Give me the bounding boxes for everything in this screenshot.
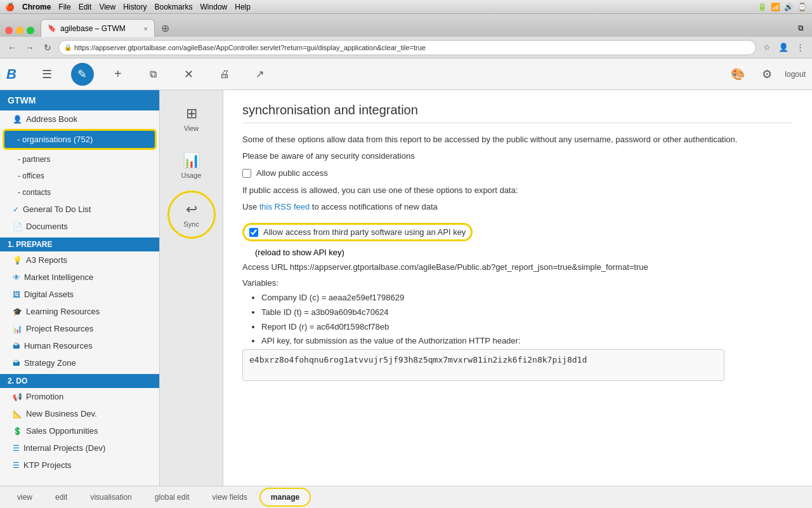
add-btn[interactable]: +	[107, 63, 129, 86]
page-title: synchronisation and integration	[242, 103, 793, 123]
api-key-field[interactable]: e4bxrz8o4fohqnu6rog1atvvujr5jf93h8z5qmx7…	[242, 349, 724, 381]
edit-mode-btn[interactable]: ✎	[71, 63, 94, 86]
bookmark-btn[interactable]: ☆	[760, 41, 774, 55]
panel-nav-usage[interactable]: 📊 Usage	[166, 144, 217, 188]
edit-menu[interactable]: Edit	[79, 3, 92, 11]
view-grid-icon: ⊞	[186, 105, 197, 122]
digital-icon: 🖼	[13, 290, 20, 299]
sidebar-item-contacts[interactable]: - contacts	[0, 184, 159, 201]
reload-btn[interactable]: ↻	[41, 41, 55, 55]
sidebar-item-address-book[interactable]: 👤 Address Book	[0, 110, 159, 128]
theme-btn[interactable]: 🎨	[726, 63, 749, 86]
sidebar-item-new-business[interactable]: 📐 New Business Dev.	[0, 405, 159, 422]
sidebar-item-label: KTP Projects	[23, 460, 72, 470]
hamburger-menu-btn[interactable]: ☰	[36, 63, 58, 86]
sidebar-item-project[interactable]: 📊 Project Resources	[0, 320, 159, 337]
sidebar-item-strategy[interactable]: 🏔 Strategy Zone	[0, 354, 159, 371]
export-btn[interactable]: ↗	[249, 63, 272, 86]
internal-icon: ☰	[13, 444, 20, 453]
sidebar-item-human-resources[interactable]: 🏔 Human Resources	[0, 337, 159, 354]
api-access-checkbox[interactable]	[249, 228, 258, 237]
chrome-profile-btn[interactable]: 👤	[776, 41, 790, 55]
todo-icon: ✓	[13, 205, 19, 214]
sidebar-item-organisations[interactable]: - organisations (752)	[3, 129, 157, 150]
mac-menubar: 🍎 Chrome File Edit View History Bookmark…	[0, 0, 812, 14]
bookmarks-menu[interactable]: Bookmarks	[155, 3, 193, 11]
sidebar-item-learning[interactable]: 🎓 Learning Resources	[0, 303, 159, 320]
restore-window-btn[interactable]: ⧉	[794, 22, 807, 34]
app-toolbar: B ☰ ✎ + ⧉ ✕ 🖨 ↗ 🎨 ⚙ logout	[0, 58, 812, 90]
tab-visualisation[interactable]: visualisation	[79, 488, 142, 506]
sidebar-item-promotion[interactable]: 📢 Promotion	[0, 388, 159, 405]
logout-btn[interactable]: logout	[785, 70, 806, 79]
usage-chart-icon: 📊	[183, 152, 200, 169]
tab-favicon: 🔖	[48, 24, 56, 32]
forward-btn[interactable]: →	[23, 41, 37, 55]
settings-btn[interactable]: ⚙	[756, 63, 778, 86]
new-tab-btn[interactable]: ⊕	[156, 19, 174, 37]
panel-nav-view-label: View	[184, 124, 199, 132]
sidebar-item-label: Market Intelligence	[24, 272, 93, 282]
sidebar-item-todo[interactable]: ✓ General To Do List	[0, 201, 159, 218]
public-access-label: Allow public access	[256, 168, 328, 178]
public-access-checkbox[interactable]	[242, 169, 251, 178]
ktp-icon: ☰	[13, 461, 20, 470]
api-access-row: Allow access from third party software u…	[242, 223, 473, 241]
chrome-menu-btn[interactable]: ⋮	[793, 41, 807, 55]
tab-edit[interactable]: edit	[44, 488, 78, 506]
address-bar[interactable]: 🔒 https://appserver.gtportalbase.com/agi…	[58, 40, 756, 55]
api-checkbox-label-text: Allow access from third party software u…	[263, 227, 466, 237]
app-name-menu[interactable]: Chrome	[22, 3, 51, 11]
sidebar-item-market-intel[interactable]: 👁 Market Intelligence	[0, 269, 159, 286]
minimize-window-btn[interactable]	[16, 27, 23, 34]
help-menu[interactable]: Help	[235, 3, 251, 11]
tab-view-fields[interactable]: view fields	[201, 488, 258, 506]
mac-status-icons: 🔋📶🔊⌚	[757, 3, 807, 11]
address-book-icon: 👤	[13, 115, 22, 124]
sidebar-item-label: - partners	[18, 155, 50, 164]
desc-text-2: Please be aware of any security consider…	[242, 150, 793, 163]
view-menu[interactable]: View	[99, 3, 115, 11]
bottom-tabs: view edit visualisation global edit view…	[0, 486, 812, 508]
file-menu[interactable]: File	[58, 3, 70, 11]
tab-view[interactable]: view	[6, 488, 43, 506]
sidebar-item-internal-projects[interactable]: ☰ Internal Projects (Dev)	[0, 439, 159, 457]
copy-btn[interactable]: ⧉	[142, 63, 165, 86]
sidebar-item-label: A3 Reports	[26, 255, 67, 265]
sidebar-app-name: GTWM	[0, 90, 159, 110]
maximize-window-btn[interactable]	[27, 27, 34, 34]
sidebar-item-digital-assets[interactable]: 🖼 Digital Assets	[0, 286, 159, 303]
sidebar-item-offices[interactable]: - offices	[0, 168, 159, 184]
close-window-btn[interactable]	[5, 27, 13, 34]
tab-global-edit[interactable]: global edit	[144, 488, 200, 506]
sidebar-item-documents[interactable]: 📄 Documents	[0, 218, 159, 235]
rss-post: to access notifications of new data	[310, 202, 438, 211]
panel-nav-usage-label: Usage	[181, 171, 202, 179]
tab-manage[interactable]: manage	[259, 488, 311, 507]
sidebar-item-a3reports[interactable]: 💡 A3 Reports	[0, 251, 159, 269]
browser-tab[interactable]: 🔖 agilebase – GTWM ×	[41, 19, 155, 37]
sync-icon: ↩	[186, 201, 197, 218]
sidebar-item-partners[interactable]: - partners	[0, 151, 159, 168]
rss-link[interactable]: this RSS feed	[259, 202, 310, 211]
print-btn[interactable]: 🖨	[213, 63, 236, 86]
url-text: https://appserver.gtportalbase.com/agile…	[74, 44, 426, 51]
back-btn[interactable]: ←	[5, 41, 19, 55]
variables-list: Company ID (c) = aeaa2e59ef1798629 Table…	[242, 291, 793, 348]
sidebar-item-sales[interactable]: 💲 Sales Opportunities	[0, 422, 159, 439]
sidebar-item-label: - offices	[18, 171, 44, 180]
market-icon: 👁	[13, 273, 20, 282]
panel-nav-sync[interactable]: ↩ Sync	[167, 190, 216, 239]
sidebar-section-prepare: 1. PREPARE	[0, 237, 159, 251]
panel-nav-view[interactable]: ⊞ View	[166, 97, 217, 141]
panel-nav-sync-label: Sync	[183, 220, 199, 228]
new-biz-icon: 📐	[13, 410, 22, 418]
delete-btn[interactable]: ✕	[178, 63, 200, 86]
sidebar-item-label: General To Do List	[23, 204, 91, 214]
window-menu[interactable]: Window	[200, 3, 228, 11]
tab-close-btn[interactable]: ×	[144, 25, 148, 32]
apple-menu[interactable]: 🍎	[5, 3, 15, 11]
sidebar-item-ktp[interactable]: ☰ KTP Projects	[0, 457, 159, 474]
history-menu[interactable]: History	[123, 3, 147, 11]
access-url-row: Access URL https://appserver.gtportalbas…	[242, 262, 793, 272]
